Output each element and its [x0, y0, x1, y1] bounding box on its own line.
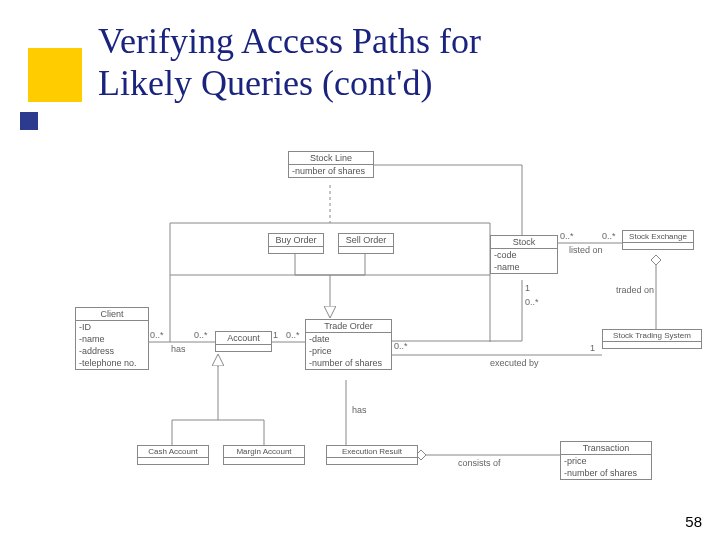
empty-compartment	[269, 247, 323, 253]
class-name: Stock	[491, 236, 557, 249]
class-trade-order: Trade Order -date -price -number of shar…	[305, 319, 392, 370]
class-sell-order: Sell Order	[338, 233, 394, 254]
empty-compartment	[339, 247, 393, 253]
attr: -address	[76, 345, 148, 357]
class-stock: Stock -code -name	[490, 235, 558, 274]
empty-compartment	[603, 342, 701, 348]
attr: -name	[491, 261, 557, 273]
class-stock-trading-system: Stock Trading System	[602, 329, 702, 349]
mult: 1	[590, 343, 595, 353]
empty-compartment	[138, 458, 208, 464]
class-name: Transaction	[561, 442, 651, 455]
page-number: 58	[685, 513, 702, 530]
class-name: Account	[216, 332, 271, 345]
attr: -date	[306, 333, 391, 345]
class-stock-exchange: Stock Exchange	[622, 230, 694, 250]
class-name: Execution Result	[327, 446, 417, 458]
mult: 0..*	[602, 231, 616, 241]
decorative-navy-square	[20, 112, 38, 130]
class-stock-line: Stock Line -number of shares	[288, 151, 374, 178]
uml-diagram: Stock Line -number of shares Buy Order S…	[0, 145, 720, 515]
attr: -number of shares	[561, 467, 651, 479]
attr: -telephone no.	[76, 357, 148, 369]
mult: 0..*	[150, 330, 164, 340]
empty-compartment	[224, 458, 304, 464]
class-name: Client	[76, 308, 148, 321]
class-account: Account	[215, 331, 272, 352]
title-line-1: Verifying Access Paths for	[98, 21, 481, 61]
class-name: Stock Line	[289, 152, 373, 165]
decorative-yellow-square	[28, 48, 82, 102]
mult: 0..*	[525, 297, 539, 307]
class-margin-account: Margin Account	[223, 445, 305, 465]
mult: 1	[273, 330, 278, 340]
empty-compartment	[327, 458, 417, 464]
attr: -code	[491, 249, 557, 261]
assoc-label-has: has	[352, 405, 367, 415]
title-line-2: Likely Queries (cont'd)	[98, 63, 432, 103]
mult: 1	[525, 283, 530, 293]
class-name: Stock Exchange	[623, 231, 693, 243]
assoc-label-executed-by: executed by	[490, 358, 539, 368]
attr: -price	[306, 345, 391, 357]
assoc-label-has: has	[171, 344, 186, 354]
empty-compartment	[216, 345, 271, 351]
class-buy-order: Buy Order	[268, 233, 324, 254]
assoc-label-traded-on: traded on	[616, 285, 654, 295]
slide-title: Verifying Access Paths for Likely Querie…	[98, 20, 481, 105]
class-name: Trade Order	[306, 320, 391, 333]
class-name: Margin Account	[224, 446, 304, 458]
assoc-label-listed-on: listed on	[569, 245, 603, 255]
mult: 0..*	[560, 231, 574, 241]
class-cash-account: Cash Account	[137, 445, 209, 465]
class-client: Client -ID -name -address -telephone no.	[75, 307, 149, 370]
attr: -number of shares	[289, 165, 373, 177]
class-name: Sell Order	[339, 234, 393, 247]
class-name: Stock Trading System	[603, 330, 701, 342]
attr: -price	[561, 455, 651, 467]
mult: 0..*	[394, 341, 408, 351]
attr: -ID	[76, 321, 148, 333]
attr: -name	[76, 333, 148, 345]
assoc-label-consists-of: consists of	[458, 458, 501, 468]
class-name: Buy Order	[269, 234, 323, 247]
attr: -number of shares	[306, 357, 391, 369]
empty-compartment	[623, 243, 693, 249]
class-transaction: Transaction -price -number of shares	[560, 441, 652, 480]
class-name: Cash Account	[138, 446, 208, 458]
mult: 0..*	[194, 330, 208, 340]
class-execution-result: Execution Result	[326, 445, 418, 465]
mult: 0..*	[286, 330, 300, 340]
